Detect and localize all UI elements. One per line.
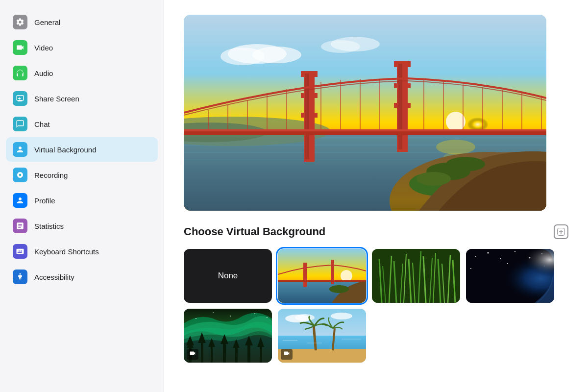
headphones-icon: [13, 66, 27, 80]
thumbnail-aurora[interactable]: [184, 309, 272, 363]
sidebar-item-recording[interactable]: Recording: [6, 163, 158, 187]
sidebar-item-label: Statistics: [34, 222, 64, 230]
thumbnail-space[interactable]: [466, 249, 554, 303]
svg-point-64: [329, 285, 349, 293]
sidebar-item-label: Accessibility: [34, 273, 74, 281]
sidebar-item-label: Profile: [34, 196, 55, 205]
svg-point-119: [295, 314, 315, 321]
svg-point-52: [252, 47, 301, 63]
add-background-button[interactable]: [554, 224, 568, 239]
statistics-icon: [13, 219, 27, 233]
thumbnail-bridge[interactable]: [278, 249, 366, 303]
thumbnails-row-1: None: [184, 249, 568, 303]
svg-point-110: [196, 318, 196, 319]
svg-point-112: [230, 316, 231, 317]
svg-rect-23: [398, 64, 402, 149]
sidebar: General Video Audio Share Screen Chat Vi…: [0, 0, 164, 392]
sidebar-item-keyboard-shortcuts[interactable]: Keyboard Shortcuts: [6, 239, 158, 264]
svg-rect-40: [184, 131, 546, 135]
sidebar-item-label: Virtual Background: [34, 146, 96, 154]
sidebar-item-label: Video: [34, 44, 53, 52]
sidebar-item-virtual-background[interactable]: Virtual Background: [6, 137, 158, 162]
svg-point-114: [267, 317, 268, 318]
svg-point-1: [19, 174, 22, 176]
main-content: Choose Virtual Background None: [164, 0, 588, 392]
virtual-background-icon: [13, 142, 27, 157]
chat-icon: [13, 117, 27, 131]
svg-point-113: [254, 313, 255, 314]
section-title-text: Choose Virtual Background: [184, 225, 325, 238]
sidebar-item-accessibility[interactable]: Accessibility: [6, 265, 158, 289]
svg-rect-100: [211, 347, 213, 363]
svg-point-49: [446, 157, 485, 172]
svg-point-111: [213, 312, 214, 313]
recording-icon: [13, 168, 27, 182]
svg-rect-108: [260, 347, 262, 363]
svg-rect-106: [247, 345, 250, 363]
section-header: Choose Virtual Background: [184, 224, 568, 239]
video-badge-beach: [281, 349, 293, 360]
gear-icon: [13, 15, 27, 29]
sidebar-item-profile[interactable]: Profile: [6, 188, 158, 213]
background-preview: [184, 15, 546, 211]
svg-point-54: [321, 40, 360, 53]
none-label: None: [218, 271, 238, 281]
sidebar-item-statistics[interactable]: Statistics: [6, 214, 158, 238]
keyboard-icon: [13, 244, 27, 259]
sidebar-item-label: Chat: [34, 120, 50, 128]
svg-point-120: [331, 313, 352, 319]
svg-rect-104: [235, 348, 238, 363]
svg-point-48: [416, 172, 451, 186]
sidebar-item-label: Share Screen: [34, 95, 79, 103]
thumbnails-grid: None: [184, 249, 568, 363]
thumbnails-row-2: [184, 309, 568, 363]
sidebar-item-label: Keyboard Shortcuts: [34, 247, 99, 256]
svg-point-4: [446, 112, 466, 131]
video-icon: [13, 40, 27, 55]
thumbnail-beach[interactable]: [278, 309, 366, 363]
svg-point-10: [436, 140, 475, 154]
thumbnail-none[interactable]: None: [184, 249, 272, 303]
sidebar-item-label: Recording: [34, 171, 68, 179]
sidebar-item-share-screen[interactable]: Share Screen: [6, 86, 158, 111]
svg-rect-93: [466, 249, 554, 303]
svg-rect-41: [184, 129, 546, 131]
svg-point-59: [341, 270, 352, 282]
svg-rect-63: [278, 280, 366, 282]
video-badge-aurora: [187, 349, 198, 360]
sidebar-item-audio[interactable]: Audio: [6, 61, 158, 85]
svg-rect-102: [223, 344, 226, 363]
svg-rect-61: [303, 263, 307, 287]
sidebar-item-label: General: [34, 18, 60, 26]
svg-rect-98: [201, 343, 203, 363]
sidebar-item-video[interactable]: Video: [6, 35, 158, 60]
sidebar-item-general[interactable]: General: [6, 10, 158, 34]
sidebar-item-label: Audio: [34, 69, 53, 77]
share-screen-icon: [13, 91, 27, 106]
thumbnail-grass[interactable]: [372, 249, 460, 303]
accessibility-icon: [13, 270, 27, 284]
profile-icon: [13, 193, 27, 208]
sidebar-item-chat[interactable]: Chat: [6, 112, 158, 136]
